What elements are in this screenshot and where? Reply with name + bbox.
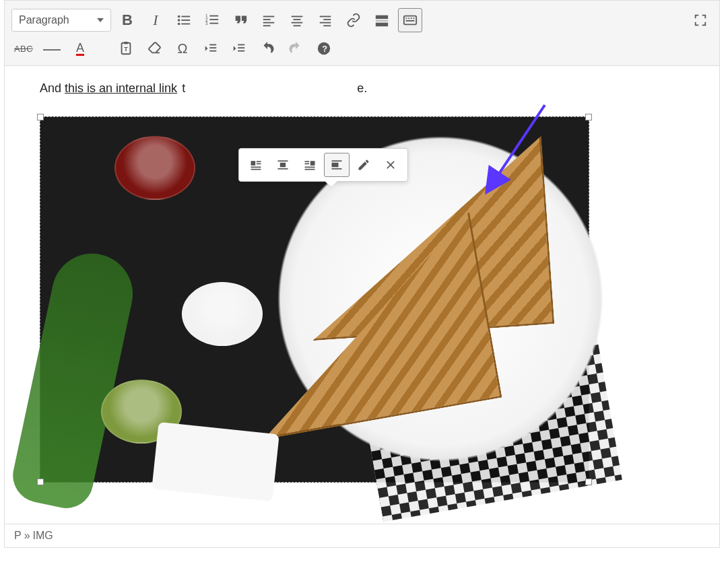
fullscreen-button[interactable]	[688, 8, 713, 32]
editor-toolbar: Paragraph B I 123	[5, 1, 719, 66]
text-color-button[interactable]: A	[68, 36, 92, 61]
keyboard-icon	[403, 13, 418, 28]
svg-text:T: T	[124, 46, 128, 52]
svg-rect-17	[294, 19, 301, 20]
image-align-none-button[interactable]	[324, 153, 350, 177]
align-center-button[interactable]	[285, 8, 309, 32]
svg-rect-55	[305, 167, 315, 168]
text-after-link-hidden: t	[182, 81, 185, 95]
image-align-right-button[interactable]	[297, 153, 323, 177]
svg-rect-30	[411, 17, 412, 19]
svg-rect-59	[332, 168, 342, 170]
paragraph-text[interactable]: And this is an internal link te.	[40, 79, 684, 98]
svg-rect-29	[408, 17, 409, 19]
hr-button[interactable]: —	[40, 36, 64, 61]
align-left-icon	[261, 13, 276, 28]
insert-link-button[interactable]	[341, 8, 366, 32]
internal-link[interactable]: this is an internal link	[65, 81, 177, 95]
svg-rect-31	[413, 17, 415, 19]
status-path-img[interactable]: IMG	[33, 530, 53, 542]
resize-handle-br[interactable]	[585, 479, 592, 485]
pencil-icon	[357, 158, 370, 172]
paste-text-button[interactable]: T	[114, 36, 138, 61]
fullscreen-icon	[693, 13, 708, 28]
resize-handle-tl[interactable]	[37, 114, 44, 120]
bold-button[interactable]: B	[115, 8, 139, 32]
image-align-left-button[interactable]	[243, 153, 269, 177]
eraser-icon	[147, 41, 162, 56]
resize-handle-bl[interactable]	[37, 479, 44, 485]
numbered-list-button[interactable]: 123	[200, 8, 224, 32]
image-edit-button[interactable]	[351, 153, 376, 177]
svg-rect-5	[181, 24, 190, 25]
svg-rect-22	[320, 22, 331, 24]
text-before-link: And	[40, 81, 65, 95]
image-decor-scallion	[8, 246, 140, 514]
toolbar-toggle-button[interactable]	[398, 8, 422, 32]
status-path-p[interactable]: P	[14, 530, 22, 542]
image-align-center-button[interactable]	[270, 153, 296, 177]
italic-button[interactable]: I	[143, 8, 168, 32]
svg-rect-28	[406, 17, 407, 19]
align-right-button[interactable]	[313, 8, 337, 32]
image-align-center-icon	[276, 158, 290, 172]
clipboard-text-icon: T	[119, 41, 133, 56]
redo-button[interactable]	[284, 36, 308, 61]
bulleted-list-button[interactable]	[172, 8, 196, 32]
resize-handle-tr[interactable]	[585, 114, 592, 120]
undo-button[interactable]	[255, 36, 279, 61]
hr-icon: —	[43, 40, 61, 57]
svg-rect-14	[263, 22, 275, 24]
svg-text:?: ?	[322, 44, 327, 54]
format-select[interactable]: Paragraph	[11, 9, 111, 32]
strikethrough-button[interactable]: ABC	[11, 36, 36, 61]
toolbar-row-1: Paragraph B I 123	[11, 6, 713, 34]
svg-rect-7	[209, 15, 218, 17]
editor-content[interactable]: And this is an internal link te.	[5, 66, 719, 524]
format-select-label: Paragraph	[19, 14, 69, 26]
svg-rect-39	[238, 44, 244, 46]
image-remove-button[interactable]	[378, 153, 403, 177]
svg-rect-40	[238, 47, 244, 48]
svg-rect-41	[238, 50, 244, 52]
redo-icon	[288, 41, 303, 56]
svg-rect-47	[251, 167, 261, 168]
svg-rect-9	[209, 19, 218, 20]
blockquote-button[interactable]	[228, 8, 253, 32]
clear-formatting-button[interactable]	[142, 36, 166, 61]
bold-icon: B	[122, 13, 133, 28]
align-right-icon	[318, 13, 333, 28]
special-char-button[interactable]: Ω	[170, 36, 195, 61]
svg-rect-15	[263, 25, 271, 26]
help-button[interactable]: ?	[312, 36, 336, 61]
svg-rect-12	[263, 16, 275, 17]
svg-rect-48	[251, 169, 261, 170]
strikethrough-icon: ABC	[14, 44, 33, 54]
svg-rect-46	[257, 164, 261, 165]
svg-rect-52	[310, 161, 315, 166]
outdent-button[interactable]	[199, 36, 223, 61]
svg-rect-24	[376, 15, 388, 20]
align-left-button[interactable]	[257, 8, 281, 32]
svg-rect-3	[181, 20, 190, 21]
toolbar-row-2: ABC — A T Ω	[11, 34, 713, 63]
svg-point-0	[178, 15, 180, 18]
svg-rect-44	[251, 161, 256, 166]
undo-icon	[260, 41, 275, 56]
svg-text:3: 3	[205, 21, 208, 26]
text-color-picker-button[interactable]	[96, 36, 110, 61]
svg-rect-56	[305, 169, 315, 170]
text-after-link-end: e.	[357, 81, 367, 95]
svg-rect-16	[292, 16, 303, 17]
insert-more-button[interactable]	[370, 8, 394, 32]
image-decor-sauce-white	[182, 282, 263, 346]
image-floating-toolbar	[238, 148, 408, 182]
editor-frame: Paragraph B I 123	[4, 0, 720, 548]
svg-rect-45	[257, 161, 261, 162]
svg-rect-23	[323, 25, 331, 26]
indent-button[interactable]	[227, 36, 251, 61]
text-color-icon: A	[76, 42, 84, 56]
svg-rect-54	[305, 164, 310, 165]
indent-icon	[232, 41, 246, 56]
outdent-icon	[203, 41, 218, 56]
